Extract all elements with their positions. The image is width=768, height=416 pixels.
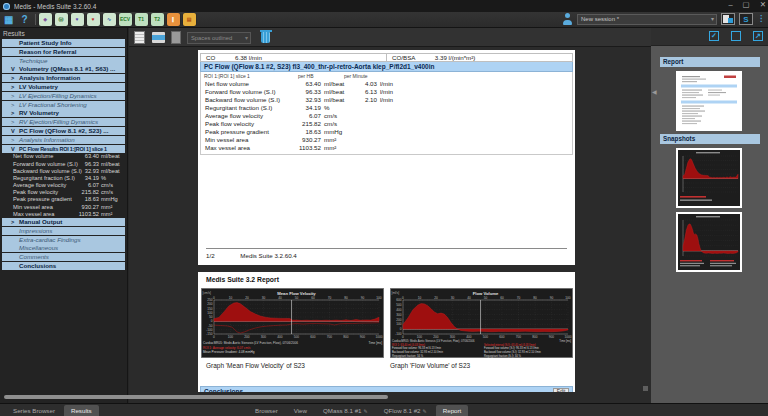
tree-item[interactable]: >LV Fractional Shortening [2, 101, 125, 109]
app-icon-9[interactable]: ∥ [167, 13, 180, 26]
expand-marker-icon[interactable]: > [11, 118, 14, 126]
svg-text:1000: 1000 [375, 335, 382, 339]
print-icon[interactable] [152, 32, 165, 43]
tree-item[interactable]: Comments [2, 253, 125, 261]
measurement-value: 215.82 [74, 189, 99, 196]
measurement-row[interactable]: Backward flow volume (S.I)32.93ml/beat [0, 168, 127, 175]
tree-item[interactable]: Extra-cardiac Findings [2, 236, 125, 244]
svg-text:700: 700 [516, 335, 522, 339]
tree-item[interactable]: Technique [2, 57, 125, 65]
tab-qmass-8-1-1[interactable]: QMass 8.1 #1✎ [316, 405, 375, 416]
app-icon-4[interactable]: ♥ [87, 13, 100, 26]
svg-text:900: 900 [549, 335, 555, 339]
page-layout-icon[interactable] [171, 31, 181, 44]
tree-item[interactable]: Conclusions [2, 262, 125, 270]
measurement-row[interactable]: Forward flow volume (S.I)96.33ml/beat [0, 161, 127, 168]
app-icon-1[interactable]: ◈ [39, 13, 52, 26]
app-icon-8[interactable]: T2 [151, 13, 164, 26]
minimize-button[interactable]: – [728, 0, 732, 9]
tab-browser[interactable]: Browser [248, 405, 285, 416]
expand-marker-icon[interactable]: > [11, 83, 14, 91]
tree-item[interactable]: VPC Flow Results ROI 1:[ROI 1] slice 1 [2, 145, 125, 153]
save-report-icon[interactable] [134, 31, 145, 44]
measurement-value: 6.07 [74, 182, 99, 189]
tree-item[interactable]: VVolumetry (QMass 8.1 #1, S63) ... [2, 65, 125, 73]
app-launcher-icons: ◈Ⓦ♥♥∿ECVT1T2∥▤ [39, 13, 196, 26]
tree-item[interactable]: >Analysis Information [2, 136, 125, 144]
app-icon-3[interactable]: ♥ [71, 13, 84, 26]
measurement-row[interactable]: Peak pressure gradient18.63mmHg [0, 196, 127, 203]
save-session-icon[interactable] [721, 13, 735, 25]
horizontal-scrollbar[interactable] [4, 395, 388, 399]
measurement-row[interactable]: Peak flow velocity215.82cm/s [0, 189, 127, 196]
help-icon[interactable]: ? [21, 13, 27, 27]
pc-flow-table: ROI 1:[ROI 1] slice 1 per HB per Minute … [200, 72, 573, 155]
expand-marker-icon[interactable]: > [11, 109, 14, 117]
tree-item[interactable]: VPC Flow (QFlow 8.1 #2, S23) ... [2, 127, 125, 135]
tree-item[interactable]: >RV Ejection/Filling Dynamics [2, 118, 125, 126]
maximize-button[interactable]: ▢ [743, 0, 750, 9]
tab-series-browser[interactable]: Series Browser [6, 405, 62, 416]
close-button[interactable]: ✕ [760, 0, 766, 9]
svg-text:ROI 1: 63.40 ml (4.03 l/min): ROI 1: 63.40 ml (4.03 l/min) [392, 343, 425, 347]
expand-marker-icon[interactable]: V [11, 127, 15, 135]
cobsa-label: CO/BSA [392, 54, 415, 61]
tab-qflow-8-1-2[interactable]: QFlow 8.1 #2✎ [377, 405, 434, 416]
layout-icon[interactable]: ▦ [4, 13, 13, 27]
expand-marker-icon[interactable]: > [11, 136, 14, 144]
include-report-icon[interactable]: ✓ [709, 31, 719, 41]
expand-marker-icon[interactable]: > [11, 92, 14, 100]
tab-report[interactable]: Report [436, 405, 469, 416]
tree-item[interactable]: >Analysis Information [2, 74, 125, 82]
tree-item[interactable]: >LV Volumetry [2, 83, 125, 91]
tree-item[interactable]: >RV Volumetry [2, 109, 125, 117]
measurement-row[interactable]: Net flow volume63.40ml/beat [0, 153, 127, 160]
collapse-panel-icon[interactable]: ◀ [652, 88, 657, 95]
table-row: Average flow velocity6.07cm/s [201, 112, 572, 120]
tree-item[interactable]: >Manual Output [2, 218, 125, 226]
spaces-select[interactable]: Spaces outlined ▾ [187, 32, 251, 44]
tree-item[interactable]: Impressions [2, 227, 125, 235]
tree-item[interactable]: Reason for Referral [2, 48, 125, 56]
svg-text:Selected interval (S.I): 63.40: Selected interval (S.I): 63.40 ml (4.03 … [484, 343, 536, 347]
expand-marker-icon[interactable]: V [11, 65, 15, 73]
app-icon-6[interactable]: ECV [119, 13, 132, 26]
snapshot-thumbnail[interactable] [676, 212, 742, 272]
expand-marker-icon[interactable]: V [11, 145, 15, 153]
measurement-row[interactable]: Min vessel area930.27mm² [0, 204, 127, 211]
svg-text:200: 200 [433, 335, 439, 339]
snapshot-frame-icon[interactable] [731, 31, 741, 41]
measurement-row[interactable]: Regurgitant fraction (S.I)34.19% [0, 175, 127, 182]
snapshots-section-header[interactable]: Snapshots [660, 134, 760, 144]
app-icon-2[interactable]: Ⓦ [55, 13, 68, 26]
measurement-value: 930.27 [74, 204, 99, 211]
svg-text:600: 600 [499, 335, 505, 339]
tree-item[interactable]: Patient Study Info [2, 39, 125, 47]
measurement-row[interactable]: Max vessel area1103.52mm² [0, 211, 127, 218]
table-cell: ml/beat [324, 80, 344, 88]
svg-text:Backward flow volume: 32.93 ml: Backward flow volume: 32.93 ml 2.10 l/mi… [392, 350, 443, 354]
export-icon[interactable]: ↗ [753, 31, 763, 41]
tab-results[interactable]: Results [64, 405, 99, 416]
app-icon-7[interactable]: T1 [135, 13, 148, 26]
table-cell: Net flow volume [205, 80, 249, 88]
menu-dots-icon[interactable]: ⋮ [757, 13, 765, 25]
tree-item[interactable]: >LV Ejection/Filling Dynamics [2, 92, 125, 100]
session-manager-icon[interactable]: S [739, 13, 753, 25]
app-icon-10[interactable]: ▤ [183, 13, 196, 26]
table-cell: l/min [380, 80, 393, 88]
measurement-row[interactable]: Average flow velocity6.07cm/s [0, 182, 127, 189]
snapshot-thumbnail[interactable] [676, 148, 742, 208]
expand-marker-icon[interactable]: > [11, 218, 14, 226]
tab-view[interactable]: View [287, 405, 314, 416]
session-select[interactable]: New session * ▾ [577, 14, 717, 25]
report-page-thumbnail[interactable] [676, 71, 742, 131]
user-icon[interactable] [561, 13, 573, 25]
tree-item[interactable]: Miscellaneous [2, 244, 125, 252]
report-section-header[interactable]: Report [660, 57, 760, 67]
expand-marker-icon[interactable]: > [11, 74, 14, 82]
delete-icon[interactable] [261, 32, 270, 43]
expand-marker-icon[interactable]: > [11, 101, 14, 109]
app-icon-5[interactable]: ∿ [103, 13, 116, 26]
edit-button[interactable]: Edit [553, 388, 569, 392]
